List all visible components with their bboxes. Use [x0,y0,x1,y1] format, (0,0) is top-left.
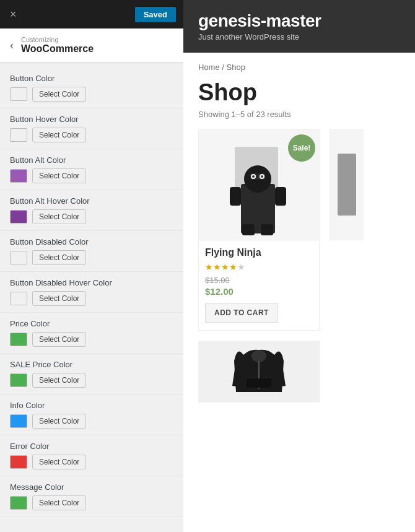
svg-rect-9 [230,187,241,206]
color-row-button-color: Select Color [10,87,173,102]
product-card-partial [330,129,364,240]
hoodie-image [231,342,287,401]
setting-price-color: Price ColorSelect Color [0,313,183,354]
setting-sale-price-color: SALE Price ColorSelect Color [0,354,183,395]
color-swatch-button-color[interactable] [10,87,27,101]
color-swatch-sale-price-color[interactable] [10,373,27,387]
setting-label-info-color: Info Color [10,401,173,410]
select-color-btn-info-color[interactable]: Select Color [32,414,86,429]
top-bar: × Saved [0,0,183,28]
setting-label-price-color: Price Color [10,319,173,328]
settings-list: Button ColorSelect ColorButton Hover Col… [0,63,183,532]
select-color-btn-button-disabled-color[interactable]: Select Color [32,250,86,265]
setting-message-color: Message ColorSelect Color [0,476,183,517]
setting-label-button-disabled-hover-color: Button Disabled Hover Color [10,278,173,287]
setting-button-disabled-hover-color: Button Disabled Hover ColorSelect Color [0,272,183,313]
setting-button-color: Button ColorSelect Color [0,68,183,108]
color-row-button-alt-hover-color: Select Color [10,209,173,224]
color-swatch-error-color[interactable] [10,455,27,469]
star-5: ★ [237,262,245,272]
close-button[interactable]: × [7,6,19,22]
back-button[interactable]: ‹ [10,40,14,51]
header-text: Customizing WooCommerce [21,36,94,55]
setting-label-message-color: Message Color [10,482,173,492]
svg-rect-10 [275,187,286,206]
star-1: ★ [205,262,213,272]
setting-label-button-alt-hover-color: Button Alt Hover Color [10,196,173,206]
svg-point-13 [251,350,266,362]
shop-content: Home / Shop Shop Showing 1–5 of 23 resul… [183,53,415,412]
hoodie-section [198,341,400,403]
color-row-message-color: Select Color [10,495,173,510]
setting-label-button-color: Button Color [10,74,173,83]
color-row-sale-price-color: Select Color [10,373,173,388]
select-color-btn-sale-price-color[interactable]: Select Color [32,373,86,388]
color-swatch-button-alt-hover-color[interactable] [10,210,27,224]
color-swatch-button-disabled-color[interactable] [10,251,27,264]
svg-rect-11 [242,224,255,235]
color-swatch-button-alt-color[interactable] [10,169,27,183]
setting-button-disabled-color: Button Disabled ColorSelect Color [0,231,183,272]
product-info: Flying Ninja ★★★★★ $15.00 $12.00 ADD TO … [199,241,319,330]
color-swatch-message-color[interactable] [10,496,27,510]
svg-rect-12 [261,224,273,235]
site-title: genesis-master [198,11,400,31]
color-row-info-color: Select Color [10,414,173,429]
setting-label-error-color: Error Color [10,442,173,451]
select-color-btn-button-alt-hover-color[interactable]: Select Color [32,209,86,224]
star-2: ★ [213,262,221,272]
color-row-button-hover-color: Select Color [10,128,173,142]
product-image-wrap: Sale! [199,129,320,241]
woocommerce-title: WooCommerce [21,43,94,55]
color-row-error-color: Select Color [10,455,173,469]
setting-info-color: Info ColorSelect Color [0,395,183,435]
select-color-btn-error-color[interactable]: Select Color [32,455,86,469]
color-swatch-price-color[interactable] [10,333,27,346]
setting-label-button-hover-color: Button Hover Color [10,115,173,124]
setting-button-alt-hover-color: Button Alt Hover ColorSelect Color [0,190,183,231]
select-color-btn-button-color[interactable]: Select Color [32,87,86,102]
color-row-button-disabled-color: Select Color [10,250,173,265]
star-rating: ★★★★★ [205,262,313,272]
partial-image [338,154,356,216]
setting-label-sale-price-color: SALE Price Color [10,360,173,369]
svg-rect-15 [247,378,271,388]
select-color-btn-button-alt-color[interactable]: Select Color [32,168,86,183]
sale-badge: Sale! [288,134,315,162]
site-header: genesis-master Just another WordPress si… [183,0,415,53]
breadcrumb-home: Home [198,63,220,72]
select-color-btn-button-disabled-hover-color[interactable]: Select Color [32,291,86,306]
setting-button-hover-color: Button Hover ColorSelect Color [0,108,183,149]
breadcrumb: Home / Shop [198,63,400,72]
site-tagline: Just another WordPress site [198,32,400,41]
hoodie-image-wrap [198,341,320,403]
product-card-flying-ninja: Sale! [198,129,320,331]
setting-error-color: Error ColorSelect Color [0,435,183,476]
breadcrumb-sep: / [220,63,227,72]
original-price: $15.00 [205,276,313,285]
color-row-button-disabled-hover-color: Select Color [10,291,173,306]
star-3: ★ [221,262,229,272]
color-swatch-info-color[interactable] [10,414,27,428]
setting-label-button-alt-color: Button Alt Color [10,155,173,165]
customizing-header: ‹ Customizing WooCommerce [0,28,183,63]
customizing-label: Customizing [21,36,94,43]
select-color-btn-price-color[interactable]: Select Color [32,332,86,347]
saved-button[interactable]: Saved [135,7,176,22]
setting-label-button-disabled-color: Button Disabled Color [10,237,173,246]
customizer-panel: × Saved ‹ Customizing WooCommerce Button… [0,0,183,532]
preview-panel: genesis-master Just another WordPress si… [183,0,415,532]
select-color-btn-button-hover-color[interactable]: Select Color [32,128,86,142]
svg-point-8 [261,175,263,178]
star-4: ★ [229,262,237,272]
add-to-cart-button[interactable]: ADD TO CART [205,303,278,323]
color-row-price-color: Select Color [10,332,173,347]
breadcrumb-shop: Shop [227,63,245,72]
product-image-ninja [229,134,290,237]
product-name: Flying Ninja [205,247,313,258]
color-swatch-button-hover-color[interactable] [10,128,27,142]
select-color-btn-message-color[interactable]: Select Color [32,495,86,510]
sale-price: $12.00 [205,286,313,297]
svg-point-7 [252,175,255,178]
color-swatch-button-disabled-hover-color[interactable] [10,292,27,305]
